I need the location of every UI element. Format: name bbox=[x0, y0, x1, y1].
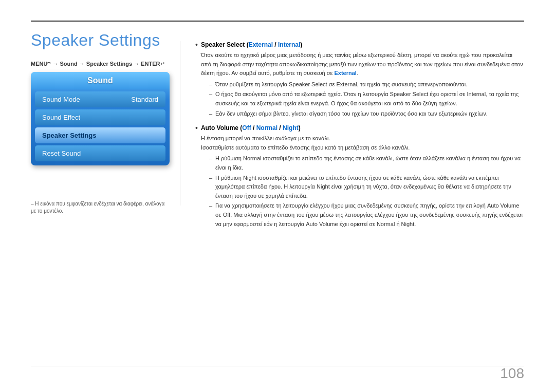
speaker-settings-item[interactable]: Speaker Settings bbox=[35, 127, 165, 143]
speaker-select-title: Speaker Select (External / Internal) bbox=[201, 41, 524, 48]
note-text: – Η εικόνα που εμφανίζεται ενδέχεται να … bbox=[31, 200, 170, 215]
sound-mode-value: Standard bbox=[131, 96, 158, 103]
night-label: Night bbox=[283, 124, 299, 132]
top-border bbox=[31, 21, 524, 22]
sound-effect-label: Sound Effect bbox=[42, 114, 80, 121]
sound-panel: Sound Sound Mode Standard Sound Effect S… bbox=[31, 72, 170, 165]
normal-orange: Normal bbox=[377, 221, 395, 227]
menu-speaker-settings: Speaker Settings bbox=[86, 61, 132, 67]
auto-volume-body: Η ένταση μπορεί να ποικίλλει ανάλογα με … bbox=[201, 134, 524, 152]
external-label: External bbox=[249, 41, 273, 48]
auto-volume-bold: Auto Volume bbox=[487, 202, 519, 209]
auto-volume-title: Auto Volume (Off / Normal / Night) bbox=[201, 124, 524, 132]
normal-label: Normal bbox=[256, 124, 278, 132]
reset-sound-label: Reset Sound bbox=[42, 150, 81, 157]
speaker-subitem-3: Εάν δεν υπάρχει σήμα βίντεο, γίνεται σίγ… bbox=[209, 109, 524, 119]
auto-subitem-3: Για να χρησιμοποιήσετε τη λειτουργία ελέ… bbox=[209, 201, 524, 229]
bottom-border bbox=[31, 366, 524, 366]
sound-effect-item[interactable]: Sound Effect bbox=[35, 109, 165, 125]
night-bold-1: Night bbox=[243, 175, 256, 181]
night-bold-2: Night bbox=[317, 183, 330, 190]
auto-volume-label: Auto Volume ( bbox=[201, 124, 242, 132]
menu-sound: Sound bbox=[60, 61, 78, 67]
speaker-select-body: Όταν ακούτε το ηχητικό μέρος μιας μετάδο… bbox=[201, 51, 524, 78]
bullet-dot-1: • bbox=[195, 41, 198, 49]
off-bold: Off bbox=[223, 212, 230, 218]
speaker-subitem-2: Ο ήχος θα ακούγεται μόνο από τα εξωτερικ… bbox=[209, 90, 524, 108]
auto-volume-content: Auto Volume (Off / Normal / Night) Η έντ… bbox=[201, 124, 524, 230]
menu-word: MENU bbox=[31, 61, 47, 67]
sound-mode-label: Sound Mode bbox=[42, 96, 80, 103]
speaker-select-content: Speaker Select (External / Internal) Ότα… bbox=[201, 41, 524, 119]
speaker-select-section: • Speaker Select (External / Internal) Ό… bbox=[195, 41, 524, 119]
divider-line bbox=[180, 41, 180, 206]
speaker-subitem-1: Όταν ρυθμίζετε τη λειτουργία Speaker Sel… bbox=[209, 80, 524, 89]
auto-volume-body-1: Η ένταση μπορεί να ποικίλλει ανάλογα με … bbox=[201, 134, 524, 143]
reset-sound-item[interactable]: Reset Sound bbox=[35, 145, 165, 161]
auto-volume-body-2: Ισοσταθμίστε αυτόματα το επίπεδο έντασης… bbox=[201, 143, 524, 153]
auto-subitem-2: Η ρύθμιση Night ισοσταθμίζει και μειώνει… bbox=[209, 174, 524, 201]
right-content: • Speaker Select (External / Internal) Ό… bbox=[195, 41, 524, 351]
bullet-dot-2: • bbox=[195, 124, 198, 132]
night-orange: Night bbox=[401, 221, 415, 227]
sound-mode-item[interactable]: Sound Mode Standard bbox=[35, 91, 165, 107]
speaker-select-sublist: Όταν ρυθμίζετε τη λειτουργία Speaker Sel… bbox=[209, 80, 524, 118]
auto-subitem-1: Η ρύθμιση Normal ισοσταθμίζει το επίπεδο… bbox=[209, 154, 524, 172]
off-label: Off bbox=[242, 124, 251, 132]
page-title: Speaker Settings bbox=[31, 31, 160, 50]
speaker-select-label: Speaker Select ( bbox=[201, 41, 249, 48]
normal-bold: Normal bbox=[243, 155, 261, 161]
menu-enter: ENTER bbox=[141, 61, 160, 67]
auto-volume-bold-2: Auto Volume bbox=[306, 221, 338, 227]
sound-panel-title: Sound bbox=[31, 72, 170, 89]
external-bold: External bbox=[334, 70, 356, 76]
auto-volume-section: • Auto Volume (Off / Normal / Night) Η έ… bbox=[195, 124, 524, 230]
page-number: 108 bbox=[500, 365, 524, 382]
auto-volume-sublist: Η ρύθμιση Normal ισοσταθμίζει το επίπεδο… bbox=[209, 154, 524, 229]
speaker-settings-label: Speaker Settings bbox=[42, 132, 97, 139]
internal-label: Internal bbox=[278, 41, 300, 48]
enter-icon: ↵ bbox=[160, 61, 165, 67]
internal-bold: Internal bbox=[467, 91, 486, 97]
menu-path: MENUᵐ → Sound → Speaker Settings → ENTER… bbox=[31, 61, 165, 67]
menu-icon-m: ᵐ bbox=[47, 61, 51, 67]
